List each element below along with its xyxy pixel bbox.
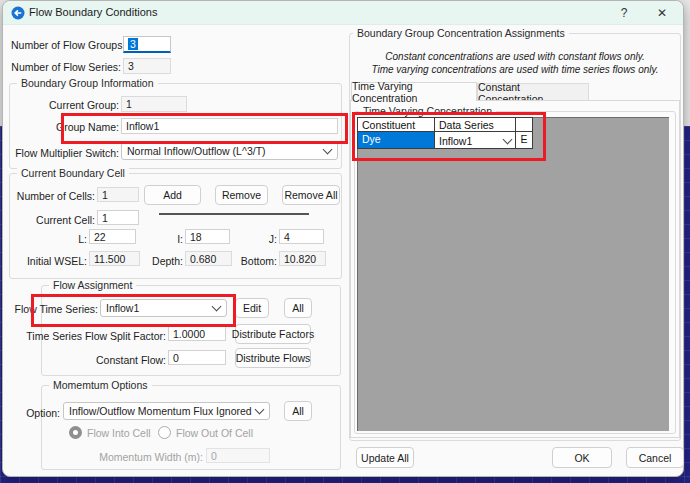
num-flow-series-field[interactable]: 3 bbox=[123, 58, 171, 74]
flow-time-series-value: Inflow1 bbox=[106, 302, 139, 314]
flow-multiplier-dropdown[interactable]: Normal Inflow/Outflow (L^3/T) bbox=[121, 142, 338, 160]
flow-multiplier-value: Normal Inflow/Outflow (L^3/T) bbox=[127, 145, 266, 157]
current-group-field[interactable]: 1 bbox=[121, 96, 187, 112]
boundary-group-info-title: Boundary Group Information bbox=[17, 77, 158, 89]
initial-wsel-label: Initial WSEL: bbox=[23, 255, 87, 267]
split-factor-label: Time Series Flow Split Factor: bbox=[23, 330, 166, 342]
ok-button[interactable]: OK bbox=[552, 447, 612, 468]
flow-into-cell-label: Flow Into Cell bbox=[87, 427, 151, 439]
update-all-button[interactable]: Update All bbox=[356, 447, 414, 468]
flow-time-series-label: Flow Time Series: bbox=[13, 303, 98, 315]
table-header-constituent: Constituent bbox=[357, 117, 435, 132]
num-flow-series-label: Number of Flow Series: bbox=[11, 61, 121, 73]
momentum-width-label: Momentum Width (m): bbox=[63, 451, 203, 463]
flow-boundary-conditions-dialog: Flow Boundary Conditions ? ✕ Number of F… bbox=[2, 0, 684, 477]
momentum-options-title: Momemtum Options bbox=[49, 379, 152, 391]
flow-multiplier-label: Flow Multiplier Switch: bbox=[7, 147, 119, 159]
momentum-width-field: 0 bbox=[206, 448, 270, 463]
time-varying-inner-title: Time Varying Concentration bbox=[359, 105, 496, 117]
num-flow-groups-label: Number of Flow Groups: bbox=[11, 39, 121, 51]
momentum-option-value: Inflow/Outflow Momentum Flux Ignored bbox=[69, 405, 252, 417]
app-icon bbox=[11, 6, 25, 20]
group-name-field[interactable]: Inflow1 bbox=[121, 118, 338, 134]
help-button[interactable]: ? bbox=[611, 3, 637, 22]
remove-button[interactable]: Remove bbox=[215, 185, 268, 205]
constant-flow-field[interactable]: 0 bbox=[168, 350, 226, 365]
table-cell-data-series[interactable]: Inflow1 bbox=[434, 131, 516, 149]
cell-slider[interactable] bbox=[159, 213, 309, 215]
num-flow-groups-field[interactable]: 3 bbox=[123, 36, 171, 53]
chevron-down-icon bbox=[323, 145, 333, 155]
flow-out-of-cell-radio[interactable] bbox=[158, 426, 171, 439]
constant-concentration-note: Constant concentrations are used with co… bbox=[349, 51, 681, 62]
concentration-grid-area[interactable] bbox=[357, 117, 669, 431]
tab-constant-concentration[interactable]: Constant Concentration bbox=[477, 83, 589, 101]
selected-text: 3 bbox=[128, 38, 138, 50]
depth-label: Depth: bbox=[143, 255, 183, 267]
j-label: J: bbox=[251, 233, 277, 245]
current-boundary-cell-title: Current Boundary Cell bbox=[17, 167, 129, 179]
distribute-factors-button[interactable]: Distribute Factors bbox=[235, 324, 311, 344]
table-header-data-series: Data Series bbox=[434, 117, 516, 132]
table-header-blank bbox=[515, 117, 533, 132]
constant-flow-label: Constant Flow: bbox=[23, 354, 166, 366]
i-field[interactable]: 18 bbox=[185, 229, 230, 244]
current-cell-field[interactable]: 1 bbox=[97, 210, 139, 225]
momentum-all-button[interactable]: All bbox=[284, 401, 312, 421]
split-factor-field[interactable]: 1.0000 bbox=[168, 326, 226, 341]
depth-field: 0.680 bbox=[185, 251, 232, 266]
flow-into-cell-radio[interactable] bbox=[69, 426, 82, 439]
momentum-option-dropdown[interactable]: Inflow/Outflow Momentum Flux Ignored bbox=[63, 402, 270, 420]
bottom-label: Bottom: bbox=[233, 255, 277, 267]
flow-assignment-all-button[interactable]: All bbox=[284, 298, 312, 318]
add-button[interactable]: Add bbox=[144, 185, 201, 205]
concentration-assignments-title: Boundary Group Concentration Assignments bbox=[353, 27, 569, 39]
flow-out-of-cell-label: Flow Out Of Cell bbox=[176, 427, 253, 439]
flow-time-series-dropdown[interactable]: Inflow1 bbox=[100, 299, 227, 317]
remove-all-button[interactable]: Remove All bbox=[282, 185, 340, 205]
chevron-down-icon bbox=[503, 134, 513, 144]
current-cell-label: Current Cell: bbox=[11, 214, 95, 226]
chevron-down-icon bbox=[255, 405, 265, 415]
close-icon[interactable]: ✕ bbox=[649, 3, 675, 22]
table-cell-constituent[interactable]: Dye bbox=[357, 131, 435, 149]
option-label: Option: bbox=[20, 407, 60, 419]
group-name-label: Group Name: bbox=[7, 121, 119, 133]
distribute-flows-button[interactable]: Distribute Flows bbox=[235, 348, 311, 368]
l-field[interactable]: 22 bbox=[89, 229, 136, 244]
tab-time-varying-concentration[interactable]: Time Varying Concentration bbox=[351, 82, 477, 101]
title-bar[interactable]: Flow Boundary Conditions ? ✕ bbox=[3, 1, 683, 25]
initial-wsel-field: 11.500 bbox=[89, 251, 140, 266]
i-label: I: bbox=[157, 233, 183, 245]
chevron-down-icon bbox=[212, 302, 222, 312]
current-group-label: Current Group: bbox=[7, 99, 119, 111]
j-field[interactable]: 4 bbox=[279, 229, 324, 244]
dialog-title: Flow Boundary Conditions bbox=[29, 6, 157, 18]
edit-button[interactable]: Edit bbox=[235, 298, 269, 318]
l-label: L: bbox=[61, 233, 87, 245]
table-cell-edit-button[interactable]: E bbox=[515, 131, 533, 149]
flow-assignment-title: Flow Assignment bbox=[49, 279, 136, 291]
number-of-cells-field[interactable]: 1 bbox=[97, 187, 139, 202]
time-varying-note: Time varying concentrations are used wit… bbox=[349, 64, 681, 75]
bottom-field: 10.820 bbox=[279, 251, 326, 266]
data-series-value: Inflow1 bbox=[439, 135, 472, 147]
number-of-cells-label: Number of Cells: bbox=[11, 190, 95, 202]
cancel-button[interactable]: Cancel bbox=[626, 447, 684, 468]
